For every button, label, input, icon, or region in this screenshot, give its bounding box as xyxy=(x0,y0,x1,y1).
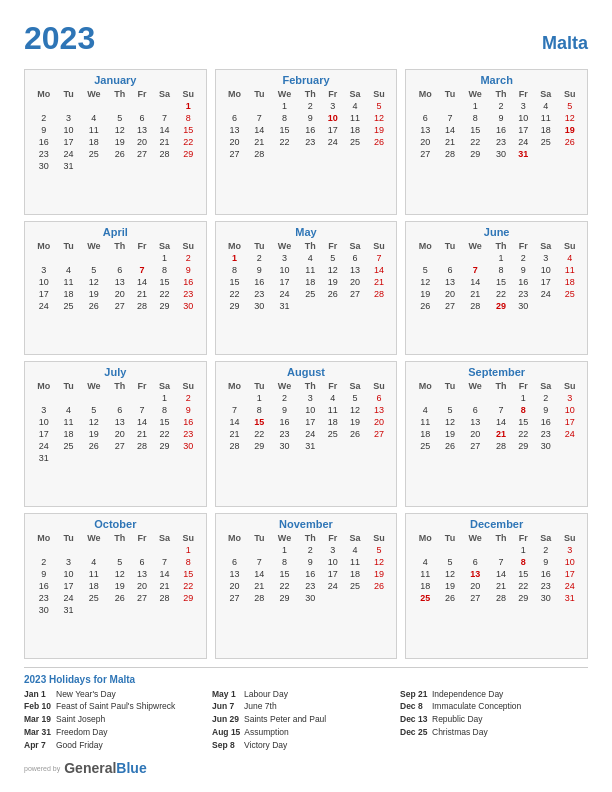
calendar-day xyxy=(80,100,108,112)
calendar-day: 31 xyxy=(58,160,80,172)
day-header: Su xyxy=(367,380,392,392)
day-header: Fr xyxy=(131,240,152,252)
calendar-day: 14 xyxy=(153,568,176,580)
calendar-day: 24 xyxy=(299,428,322,440)
calendar-day: 15 xyxy=(270,568,298,580)
calendar-day: 28 xyxy=(248,148,270,160)
calendar-day: 30 xyxy=(489,148,512,160)
calendar-day: 3 xyxy=(534,252,557,264)
calendar-day: 20 xyxy=(131,580,152,592)
calendar-day xyxy=(176,604,201,616)
calendar-day: 4 xyxy=(58,404,80,416)
calendar-day xyxy=(248,544,270,556)
day-header: Tu xyxy=(248,380,270,392)
calendar-day: 21 xyxy=(367,276,392,288)
holiday-column-3: Sep 21Independence DayDec 8Immaculate Co… xyxy=(400,689,588,752)
day-header: We xyxy=(80,380,108,392)
calendar-day: 21 xyxy=(489,428,512,440)
calendar-day xyxy=(153,160,176,172)
day-header: We xyxy=(270,88,298,100)
calendar-day xyxy=(80,252,108,264)
holiday-item: Aug 15Assumption xyxy=(212,727,400,739)
calendar-table: MoTuWeThFrSaSu12345678910111213141516171… xyxy=(30,532,201,616)
calendar-day: 3 xyxy=(299,392,322,404)
calendar-day: 29 xyxy=(513,440,534,452)
calendar-day xyxy=(131,604,152,616)
calendar-day: 11 xyxy=(557,264,582,276)
day-header: Su xyxy=(557,380,582,392)
calendar-day: 16 xyxy=(30,580,58,592)
calendar-day: 10 xyxy=(322,556,343,568)
calendar-day: 7 xyxy=(131,404,152,416)
calendar-day xyxy=(176,452,201,464)
calendar-day: 26 xyxy=(322,288,343,300)
calendar-day: 28 xyxy=(131,300,152,312)
day-header: Th xyxy=(299,380,322,392)
calendar-day: 11 xyxy=(343,556,366,568)
calendar-table: MoTuWeThFrSaSu12345678910111213141516171… xyxy=(30,240,201,312)
day-header: Sa xyxy=(534,240,557,252)
calendar-table: MoTuWeThFrSaSu12345678910111213141516171… xyxy=(411,240,582,312)
day-header: Fr xyxy=(322,240,343,252)
calendar-day xyxy=(131,252,152,264)
calendar-day: 25 xyxy=(343,136,366,148)
calendar-day: 23 xyxy=(534,428,557,440)
holidays-title: 2023 Holidays for Malta xyxy=(24,674,588,685)
calendar-day: 9 xyxy=(248,264,270,276)
calendar-day xyxy=(80,160,108,172)
calendar-day: 27 xyxy=(221,148,249,160)
day-header: Mo xyxy=(221,240,249,252)
calendar-day: 8 xyxy=(513,404,534,416)
calendar-day: 15 xyxy=(248,416,270,428)
holiday-date: Jan 1 xyxy=(24,689,52,701)
calendar-day: 16 xyxy=(534,568,557,580)
calendar-day: 8 xyxy=(176,112,201,124)
calendar-day xyxy=(343,440,366,452)
day-header: We xyxy=(461,240,489,252)
calendar-day: 3 xyxy=(30,404,58,416)
calendar-day: 20 xyxy=(439,288,461,300)
calendar-day: 15 xyxy=(270,124,298,136)
calendar-day: 24 xyxy=(30,440,58,452)
calendar-day: 16 xyxy=(30,136,58,148)
calendar-day: 20 xyxy=(131,136,152,148)
day-header: Su xyxy=(367,532,392,544)
calendar-day: 27 xyxy=(461,440,489,452)
calendar-day: 26 xyxy=(343,428,366,440)
calendar-day: 22 xyxy=(513,580,534,592)
calendar-day: 10 xyxy=(322,112,343,124)
month-block-may: MayMoTuWeThFrSaSu12345678910111213141516… xyxy=(215,221,398,355)
calendar-day: 29 xyxy=(270,592,298,604)
calendar-day xyxy=(411,100,439,112)
calendar-day xyxy=(131,544,152,556)
calendar-day: 30 xyxy=(299,592,322,604)
calendar-day: 18 xyxy=(534,124,557,136)
calendar-day: 29 xyxy=(176,148,201,160)
day-header: We xyxy=(80,240,108,252)
calendar-day: 4 xyxy=(343,544,366,556)
calendar-day: 13 xyxy=(461,568,489,580)
calendar-day: 14 xyxy=(131,416,152,428)
calendar-day: 25 xyxy=(557,288,582,300)
calendar-day: 18 xyxy=(343,568,366,580)
calendar-day: 25 xyxy=(411,592,439,604)
calendar-day xyxy=(58,100,80,112)
day-header: Tu xyxy=(58,240,80,252)
holiday-item: Dec 13Republic Day xyxy=(400,714,588,726)
calendar-day: 29 xyxy=(153,440,176,452)
calendar-day: 18 xyxy=(58,428,80,440)
holiday-item: Dec 8Immaculate Conception xyxy=(400,701,588,713)
holiday-date: Aug 15 xyxy=(212,727,240,739)
calendar-day: 19 xyxy=(439,580,461,592)
calendar-day: 18 xyxy=(343,124,366,136)
calendar-day: 8 xyxy=(489,264,512,276)
day-header: Th xyxy=(489,240,512,252)
calendar-day xyxy=(367,148,392,160)
calendar-day xyxy=(557,148,582,160)
day-header: Tu xyxy=(248,240,270,252)
holiday-item: Sep 21Independence Day xyxy=(400,689,588,701)
calendar-day: 26 xyxy=(439,440,461,452)
calendar-day: 27 xyxy=(411,148,439,160)
day-header: We xyxy=(461,380,489,392)
holiday-item: Feb 10Feast of Saint Paul's Shipwreck xyxy=(24,701,212,713)
